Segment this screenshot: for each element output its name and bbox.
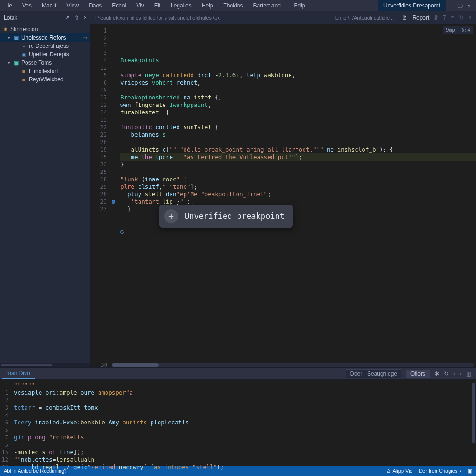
report-actions: 🗎 Report ⇵ 7 ≡ ↻ ×	[397, 14, 476, 21]
editor-tab-label: Unverfidles Dresapomt	[383, 2, 440, 9]
close-icon[interactable]: ⨉	[466, 2, 472, 9]
tree-item[interactable]: ▾ ▣ Unolessde Refors ▭	[0, 33, 90, 42]
menu-item[interactable]: Daos	[84, 1, 106, 10]
file-icon: ≡	[20, 77, 27, 82]
line-gutter: 1233412561917121413222220191522251825202…	[91, 24, 110, 363]
report-icon[interactable]: 7	[443, 14, 446, 21]
report-label[interactable]: Report	[412, 14, 429, 21]
nav-share-icon[interactable]: ↗	[65, 14, 70, 21]
menu-item[interactable]: Fit	[150, 1, 165, 10]
folder-icon: ✷	[2, 26, 8, 33]
file-icon: ▫	[20, 43, 27, 49]
tree-item[interactable]: ≡ Frinollesturt	[0, 67, 90, 75]
tree-label: Posse Toms	[21, 60, 52, 66]
menu-item[interactable]: Edlp	[289, 1, 310, 10]
next-icon[interactable]: ›	[460, 370, 462, 377]
menu-item[interactable]: ile	[2, 1, 17, 10]
menu-item[interactable]: Viv	[132, 1, 148, 10]
position-badge: 9mp 6:4	[443, 26, 473, 34]
minimize-icon[interactable]: —	[447, 2, 454, 9]
sidebar-title: Lotak	[4, 14, 17, 21]
menu-item[interactable]: Help	[197, 1, 218, 10]
menu-item[interactable]: Macilt	[37, 1, 61, 10]
code-editor[interactable]: 1233412561917121413222220191522251825202…	[91, 24, 476, 363]
nav-close-icon[interactable]: ×	[84, 14, 87, 21]
menu-item[interactable]: View	[62, 1, 83, 10]
panel-scrollbar[interactable]	[471, 380, 476, 466]
tree-item[interactable]: ▫ re Decersl ajess	[0, 42, 90, 50]
tree-label: Upellter Derepts	[29, 51, 69, 58]
report-icon[interactable]: ≡	[451, 14, 454, 21]
tree-label: Unolessde Refors	[21, 34, 66, 41]
panel-icon[interactable]: ✱	[435, 370, 439, 377]
maximize-icon[interactable]: ▢	[456, 2, 463, 9]
module-icon: ▣	[13, 35, 20, 41]
refresh-icon[interactable]: ↻	[459, 14, 463, 21]
tree-item[interactable]: ▾ ▣ Posse Toms	[0, 59, 90, 67]
tree-item[interactable]: ▣ Upellter Derepts	[0, 50, 90, 59]
menu-item[interactable]: Bartert and..	[248, 1, 288, 10]
breadcrumb: Preaglirektxon inlles lelileo for s wilt…	[91, 15, 335, 20]
panel-code[interactable]: """"""vesiaple_bri:ample oure amopsper"a…	[10, 380, 471, 466]
panel-tab[interactable]: man Divo	[2, 368, 35, 379]
tree-label: ReyrWieicbed	[29, 76, 64, 83]
file-icon: ▣	[20, 52, 27, 58]
tree-root[interactable]: ✷ Slinnercion	[0, 25, 90, 33]
search-hint[interactable]: Enlie \r /Antegoli catlidle...	[335, 15, 398, 20]
main-split: ✷ Slinnercion ▾ ▣ Unolessde Refors ▭ ▫ r…	[0, 24, 476, 367]
plus-icon[interactable]: +	[164, 209, 178, 223]
menu-item[interactable]: Legalies	[166, 1, 196, 10]
panel-body: 112346575151219 """"""vesiaple_bri:ample…	[0, 379, 476, 466]
nav-up-icon[interactable]: ⇧	[74, 14, 79, 21]
tree-label: Slinnercion	[10, 26, 38, 33]
breakpoint-gutter[interactable]	[110, 24, 117, 363]
folder-icon: ▣	[13, 60, 20, 66]
toolbar: Lotak ↗ ⇧ × Preaglirektxon inlles lelile…	[0, 11, 476, 24]
tooltip-text: Unverified breakpoint	[185, 212, 284, 220]
panel-offers[interactable]: Oflors	[406, 370, 430, 378]
breakpoint-tooltip: + Unverified breakpoint	[159, 205, 293, 228]
sidebar-scrollbar[interactable]	[0, 363, 90, 367]
sidebar: ✷ Slinnercion ▾ ▣ Unolessde Refors ▭ ▫ r…	[0, 24, 91, 367]
menu-item[interactable]: Ves	[18, 1, 36, 10]
badge-icon: ▭	[82, 34, 90, 41]
panel-icon[interactable]: ↻	[444, 370, 449, 377]
prev-icon[interactable]: ‹	[453, 370, 455, 377]
chevron-down-icon: ▾	[7, 60, 11, 65]
editor-area: 1233412561917121413222220191522251825202…	[91, 24, 476, 367]
chevron-down-icon: ▾	[7, 35, 11, 40]
file-tree: ✷ Slinnercion ▾ ▣ Unolessde Refors ▭ ▫ r…	[0, 24, 90, 85]
menu-item[interactable]: Thokins	[218, 1, 247, 10]
editor-scrollbar[interactable]: 30	[91, 363, 476, 367]
layout-icon[interactable]: ▥	[466, 370, 471, 377]
panel-tabstrip: man Divo Oder - Seaugnloge Oflors ✱ ↻ ‹ …	[0, 367, 476, 379]
report-doc-icon[interactable]: 🗎	[402, 14, 408, 21]
menu-item[interactable]: Echol	[107, 1, 131, 10]
panel-gutter: 112346575151219	[0, 380, 10, 466]
panel-mode[interactable]: Oder - Seaugnloge	[346, 369, 401, 378]
tree-item[interactable]: ≡ ReyrWieicbed	[0, 75, 90, 84]
tree-label: Frinollesturt	[29, 68, 58, 74]
close-icon[interactable]: ×	[468, 14, 471, 21]
file-icon: ≡	[20, 68, 27, 74]
window-controls: — ▢ ⨉	[447, 2, 474, 9]
report-icon[interactable]: ⇵	[434, 14, 438, 21]
menu-bar: ile Ves Macilt View Daos Echol Viv Fit L…	[0, 0, 476, 11]
code-body[interactable]: Breakpointssimple neye cafintedd drct -2…	[117, 24, 476, 363]
tree-label: re Decersl ajess	[29, 43, 69, 49]
editor-tab[interactable]: Unverfidles Dresapomt	[378, 0, 446, 11]
